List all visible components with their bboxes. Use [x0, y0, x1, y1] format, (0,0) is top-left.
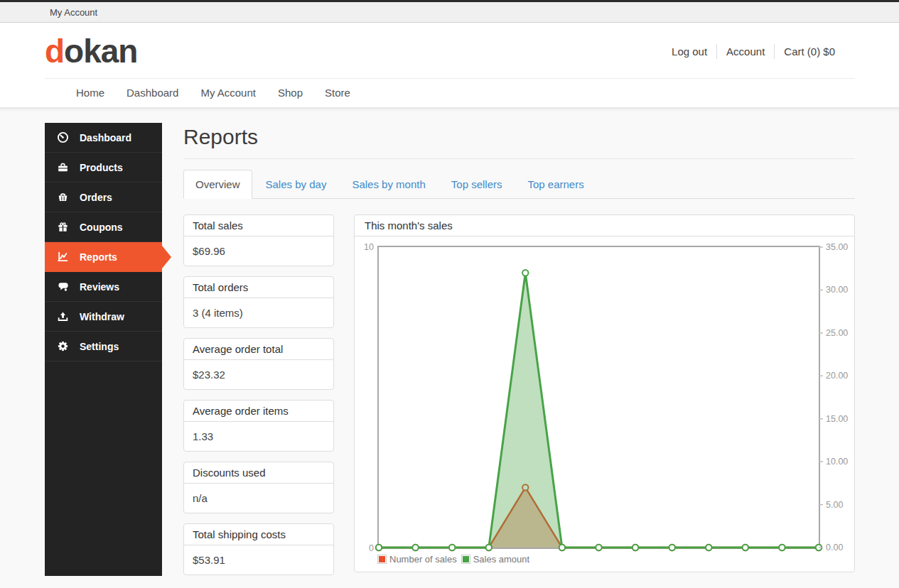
sidebar-item-orders[interactable]: Orders — [45, 183, 162, 212]
nav-item-shop[interactable]: Shop — [278, 87, 303, 99]
admin-bar: My Account — [0, 0, 899, 23]
sidebar-item-settings[interactable]: Settings — [45, 332, 162, 361]
sidebar-item-dashboard[interactable]: Dashboard — [45, 123, 162, 153]
stat-value: 1.33 — [184, 422, 333, 451]
tab-sales-by-month[interactable]: Sales by month — [340, 170, 437, 199]
tab-top-sellers[interactable]: Top sellers — [439, 170, 515, 199]
tab-overview[interactable]: Overview — [183, 170, 252, 199]
nav-item-home[interactable]: Home — [76, 87, 104, 99]
stats-column: Total sales $69.96 Total orders 3 (4 ite… — [183, 214, 334, 585]
stat-title: Average order items — [184, 401, 333, 422]
sidebar-item-label: Coupons — [80, 222, 123, 233]
vendor-sidebar: Dashboard Products Orders Coupons Report — [45, 123, 162, 576]
page-title: Reports — [183, 125, 855, 149]
sidebar-item-label: Dashboard — [80, 132, 131, 143]
admin-bar-my-account-link[interactable]: My Account — [50, 7, 97, 18]
sidebar-item-withdraw[interactable]: Withdraw — [45, 302, 162, 332]
logo-letter-d: d — [45, 33, 64, 70]
sidebar-item-label: Orders — [80, 192, 112, 203]
title-divider — [183, 158, 855, 159]
sidebar-item-label: Withdraw — [80, 311, 124, 322]
basket-icon — [57, 191, 69, 203]
upload-icon — [57, 310, 69, 322]
stat-value: $69.96 — [184, 236, 333, 266]
account-link[interactable]: Account — [716, 44, 774, 59]
stat-discounts-used: Discounts used n/a — [183, 462, 334, 513]
stat-value: n/a — [184, 484, 333, 513]
account-links: Log out Account Cart (0) $0 — [662, 44, 844, 59]
right-axis-tick: 15.00 — [826, 413, 848, 425]
right-axis-tick: 20.00 — [826, 370, 848, 381]
main-content: Reports Overview Sales by day Sales by m… — [183, 107, 855, 585]
site-header: dokan Log out Account Cart (0) $0 Home D… — [0, 23, 899, 107]
left-axis-max-label: 10 — [364, 242, 374, 252]
nav-item-my-account[interactable]: My Account — [200, 87, 256, 99]
left-axis-min-label: 0 — [369, 543, 374, 553]
stat-value: $53.91 — [184, 545, 333, 575]
sidebar-item-reports[interactable]: Reports — [45, 242, 162, 272]
right-axis-tick: 5.00 — [826, 499, 848, 511]
legend-item-number-of-sales: Number of sales — [377, 554, 457, 565]
tab-top-earners[interactable]: Top earners — [516, 170, 596, 199]
stat-value: 3 (4 items) — [184, 298, 333, 327]
sidebar-item-reviews[interactable]: Reviews — [45, 272, 162, 302]
stat-average-order-items: Average order items 1.33 — [183, 400, 334, 452]
nav-item-store[interactable]: Store — [325, 87, 350, 99]
cart-link[interactable]: Cart (0) $0 — [774, 44, 844, 59]
gear-icon — [57, 340, 69, 352]
legend-item-sales-amount: Sales amount — [461, 554, 530, 565]
sidebar-item-coupons[interactable]: Coupons — [45, 212, 162, 242]
sidebar-item-label: Reviews — [80, 281, 119, 293]
legend-swatch-green — [461, 555, 470, 564]
stat-total-sales: Total sales $69.96 — [183, 214, 334, 266]
right-axis-tick: 10.00 — [826, 456, 848, 467]
main-nav: Home Dashboard My Account Shop Store — [45, 78, 855, 107]
sidebar-item-label: Products — [80, 162, 123, 173]
briefcase-icon — [57, 161, 69, 173]
sidebar-item-label: Reports — [80, 251, 117, 263]
stat-total-orders: Total orders 3 (4 items) — [183, 276, 334, 328]
nav-item-dashboard[interactable]: Dashboard — [126, 87, 178, 99]
stat-value: $23.32 — [184, 360, 333, 389]
page-body: Dashboard Products Orders Coupons Report — [0, 107, 899, 588]
sales-chart-panel: This month's sales 10 0 35.00 30.00 25.0… — [354, 214, 855, 572]
stat-title: Average order total — [184, 339, 333, 360]
sales-chart-svg — [379, 247, 819, 548]
sales-chart-plot: 10 0 35.00 30.00 25.00 20.00 15.00 10.00… — [377, 246, 820, 549]
dokan-logo[interactable]: dokan — [45, 32, 137, 70]
chart-panel-title: This month's sales — [355, 215, 854, 236]
dashboard-icon — [57, 131, 69, 143]
right-axis-labels: 35.00 30.00 25.00 20.00 15.00 10.00 5.00… — [826, 241, 848, 553]
stat-total-shipping-costs: Total shipping costs $53.91 — [183, 523, 334, 575]
right-axis-tick: 25.00 — [826, 327, 848, 339]
right-axis-tick: 35.00 — [826, 241, 848, 253]
tab-sales-by-day[interactable]: Sales by day — [254, 170, 339, 199]
gift-icon — [57, 221, 69, 233]
sidebar-item-products[interactable]: Products — [45, 153, 162, 183]
logo-rest: okan — [64, 33, 137, 70]
legend-label: Sales amount — [473, 554, 530, 565]
stat-title: Total orders — [184, 277, 333, 298]
stat-title: Total shipping costs — [184, 524, 333, 545]
comment-icon — [57, 281, 69, 293]
logout-link[interactable]: Log out — [662, 44, 716, 59]
stat-title: Total sales — [184, 215, 333, 236]
chart-body: 10 0 35.00 30.00 25.00 20.00 15.00 10.00… — [355, 236, 854, 572]
right-axis-tick: 0.00 — [826, 542, 848, 553]
legend-swatch-orange — [377, 555, 387, 564]
chart-icon — [57, 251, 69, 263]
chart-legend: Number of sales Sales amount — [377, 554, 820, 565]
legend-label: Number of sales — [389, 554, 457, 565]
stat-title: Discounts used — [184, 462, 333, 484]
sidebar-item-label: Settings — [80, 341, 119, 352]
right-axis-tick: 30.00 — [826, 284, 848, 295]
stat-average-order-total: Average order total $23.32 — [183, 338, 334, 390]
report-tabs: Overview Sales by day Sales by month Top… — [183, 170, 855, 199]
